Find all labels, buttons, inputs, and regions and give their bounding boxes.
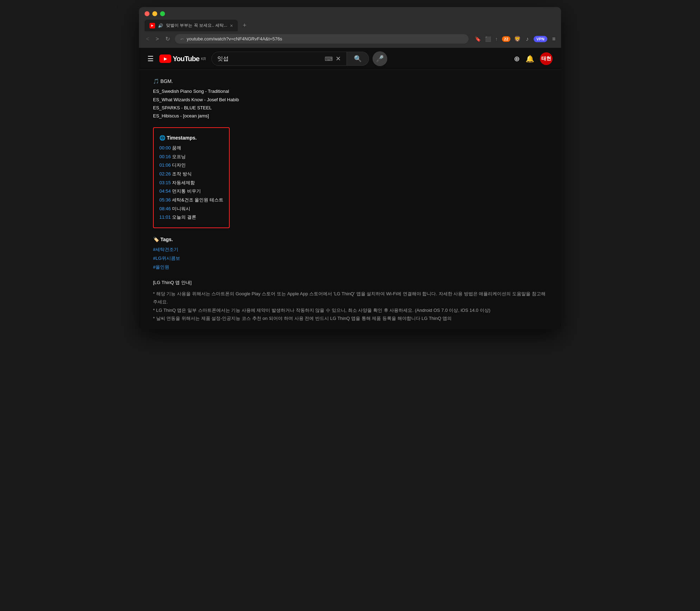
secure-icon: ⤺ bbox=[180, 37, 184, 41]
tab-title: 맞벌이 부부는 꼭 보세요.. 세탁... bbox=[166, 22, 227, 28]
timestamp-text-7: 미니워시 bbox=[172, 206, 190, 211]
tag-item-1[interactable]: #LG위시콤보 bbox=[153, 254, 547, 263]
tab-favicon bbox=[149, 23, 155, 28]
timestamp-7: 08:46 미니워시 bbox=[159, 205, 223, 213]
bgm-item-2: ES_What Wizards Know - Josef Bel Habib bbox=[153, 96, 547, 104]
yt-search-box: ⌨ ✕ bbox=[211, 52, 347, 66]
timestamps-header: 🌐 Timestamps. bbox=[159, 134, 223, 142]
timestamp-text-0: 꿈깨 bbox=[172, 145, 181, 150]
timestamps-box: 🌐 Timestamps. 00:00 꿈깨 00:16 오프닝 01:06 디… bbox=[153, 127, 230, 228]
bookmark-icon[interactable]: 🔖 bbox=[475, 36, 481, 42]
close-button[interactable] bbox=[145, 11, 149, 16]
bgm-section: 🎵 BGM. ES_Swedish Piano Song - Tradition… bbox=[153, 77, 547, 120]
music-icon[interactable]: ♪ bbox=[526, 36, 529, 42]
profile-icon[interactable]: 🦁 bbox=[514, 36, 521, 42]
browser-menu-button[interactable]: ≡ bbox=[552, 36, 555, 42]
yt-logo-icon: ▶ bbox=[159, 54, 171, 63]
timestamp-text-8: 오늘의 결론 bbox=[172, 214, 196, 220]
window-controls bbox=[145, 11, 555, 16]
maximize-button[interactable] bbox=[160, 11, 165, 16]
yt-search-wrapper: ⌨ ✕ 🔍 🎤 bbox=[211, 51, 387, 66]
yt-menu-icon[interactable]: ☰ bbox=[147, 54, 154, 63]
timestamp-3: 02:26 조작 방식 bbox=[159, 170, 223, 179]
timestamp-text-1: 오프닝 bbox=[172, 154, 186, 159]
timestamp-time-8[interactable]: 11:01 bbox=[159, 214, 171, 220]
timestamp-time-3[interactable]: 02:26 bbox=[159, 171, 171, 176]
browser-window: 🔊 맞벌이 부부는 꼭 보세요.. 세탁... × + < > ↻ ⤺ yout… bbox=[139, 7, 561, 329]
yt-keyboard-icon[interactable]: ⌨ bbox=[325, 56, 333, 62]
yt-avatar[interactable]: 태현 bbox=[540, 52, 553, 65]
tab-bar: 🔊 맞벌이 부부는 꼭 보세요.. 세탁... × + bbox=[145, 20, 555, 31]
title-bar: 🔊 맞벌이 부부는 꼭 보세요.. 세탁... × + bbox=[139, 7, 561, 31]
active-tab[interactable]: 🔊 맞벌이 부부는 꼭 보세요.. 세탁... × bbox=[145, 20, 238, 31]
tags-header: 🏷️ Tags. bbox=[153, 235, 547, 244]
yt-mic-button[interactable]: 🎤 bbox=[373, 51, 387, 66]
refresh-button[interactable]: ↻ bbox=[164, 34, 171, 44]
lg-text-2: * 날씨 연동을 위해서는 제품 설정-인공지능 코스 추천 on 되어야 하며… bbox=[153, 314, 547, 322]
timestamp-4: 03:15 자동세제함 bbox=[159, 179, 223, 187]
timestamp-text-3: 조작 방식 bbox=[172, 171, 192, 176]
timestamp-2: 01:06 디자인 bbox=[159, 161, 223, 170]
yt-search-button[interactable]: 🔍 bbox=[347, 52, 369, 66]
bgm-item-1: ES_Swedish Piano Song - Traditional bbox=[153, 87, 547, 95]
yt-content: 🎵 BGM. ES_Swedish Piano Song - Tradition… bbox=[139, 70, 561, 329]
timestamp-text-4: 자동세제함 bbox=[172, 180, 195, 185]
timestamp-time-4[interactable]: 03:15 bbox=[159, 180, 171, 185]
forward-button[interactable]: > bbox=[154, 34, 160, 44]
address-bar: < > ↻ ⤺ youtube.com/watch?v=cNF4NGRvF4A&… bbox=[139, 31, 561, 48]
timestamp-5: 04:54 먼지통 비우기 bbox=[159, 187, 223, 196]
timestamp-time-1[interactable]: 00:16 bbox=[159, 154, 171, 159]
timestamp-time-7[interactable]: 08:46 bbox=[159, 206, 171, 211]
minimize-button[interactable] bbox=[152, 11, 157, 16]
timestamp-time-6[interactable]: 05:36 bbox=[159, 197, 171, 202]
bgm-item-3: ES_SPARKS - BLUE STEEL bbox=[153, 104, 547, 112]
youtube-app: ☰ ▶ YouTube KR ⌨ ✕ 🔍 🎤 ⊕ 🔔 태현 bbox=[139, 48, 561, 329]
timestamp-time-5[interactable]: 04:54 bbox=[159, 188, 171, 194]
yt-create-icon[interactable]: ⊕ bbox=[514, 54, 520, 63]
bgm-header: 🎵 BGM. bbox=[153, 77, 547, 86]
lg-section: [LG ThinQ 앱 안내] * 해당 기능 사용을 위해서는 스마트폰의 G… bbox=[153, 278, 547, 322]
lg-text-0: * 해당 기능 사용을 위해서는 스마트폰의 Google Play 스토어 또… bbox=[153, 290, 547, 306]
brave-shield-badge[interactable]: 22 bbox=[502, 36, 510, 42]
youtube-header: ☰ ▶ YouTube KR ⌨ ✕ 🔍 🎤 ⊕ 🔔 태현 bbox=[139, 48, 561, 70]
tag-item-0[interactable]: #세탁건조기 bbox=[153, 245, 547, 254]
tab-close-button[interactable]: × bbox=[230, 23, 233, 28]
timestamp-time-2[interactable]: 01:06 bbox=[159, 162, 171, 168]
timestamp-0: 00:00 꿈깨 bbox=[159, 144, 223, 153]
tag-item-2[interactable]: #올인원 bbox=[153, 263, 547, 272]
yt-search-clear-button[interactable]: ✕ bbox=[336, 55, 341, 63]
bgm-item-4: ES_Hibiscus - [ocean jams] bbox=[153, 112, 547, 120]
address-input[interactable]: ⤺ youtube.com/watch?v=cNF4NGRvF4A&t=576s bbox=[175, 34, 469, 44]
share-icon[interactable]: ↑ bbox=[495, 36, 498, 42]
timestamp-8: 11:01 오늘의 결론 bbox=[159, 213, 223, 222]
address-actions: 🔖 ⬛ ↑ 22 bbox=[475, 36, 510, 42]
timestamp-text-6: 세탁&건조 올인원 테스트 bbox=[172, 197, 223, 202]
screencast-icon[interactable]: ⬛ bbox=[485, 36, 491, 42]
timestamp-time-0[interactable]: 00:00 bbox=[159, 145, 171, 150]
yt-search-input[interactable] bbox=[217, 56, 322, 62]
youtube-logo[interactable]: ▶ YouTube KR bbox=[159, 54, 206, 63]
yt-logo-text: YouTube bbox=[173, 55, 199, 63]
yt-logo-kr: KR bbox=[201, 57, 206, 61]
browser-menu-icons: 🦁 ♪ VPN ≡ bbox=[514, 36, 555, 42]
lg-title: [LG ThinQ 앱 안내] bbox=[153, 278, 547, 287]
vpn-button[interactable]: VPN bbox=[534, 36, 547, 42]
lg-text-1: * LG ThinQ 앱은 일부 스마트폰에서는 기능 사용에 제약이 발생하거… bbox=[153, 306, 547, 314]
timestamp-1: 00:16 오프닝 bbox=[159, 153, 223, 161]
tab-audio-icon: 🔊 bbox=[158, 23, 163, 28]
yt-header-actions: ⊕ 🔔 태현 bbox=[514, 52, 553, 65]
timestamp-6: 05:36 세탁&건조 올인원 테스트 bbox=[159, 196, 223, 205]
back-button[interactable]: < bbox=[145, 34, 151, 44]
timestamp-text-2: 디자인 bbox=[172, 162, 186, 168]
new-tab-button[interactable]: + bbox=[239, 20, 250, 31]
timestamp-text-5: 먼지통 비우기 bbox=[172, 188, 201, 194]
yt-bell-icon[interactable]: 🔔 bbox=[526, 54, 534, 63]
url-text: youtube.com/watch?v=cNF4NGRvF4A&t=576s bbox=[187, 36, 463, 41]
tags-section: 🏷️ Tags. #세탁건조기 #LG위시콤보 #올인원 bbox=[153, 235, 547, 271]
